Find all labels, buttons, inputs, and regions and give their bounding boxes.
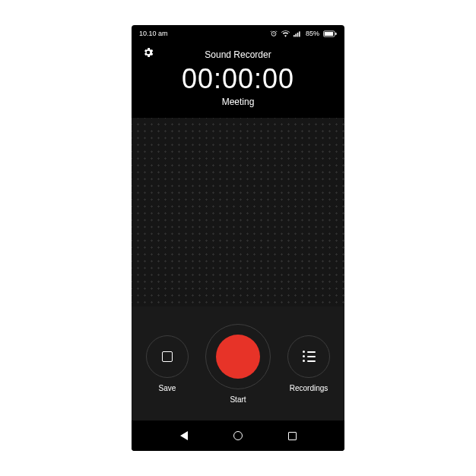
gear-icon[interactable] (142, 46, 154, 62)
svg-rect-1 (294, 35, 295, 36)
battery-percent: 85% (306, 30, 319, 37)
recordings-label: Recordings (290, 384, 328, 392)
waveform-panel (132, 118, 344, 306)
timer-display: 00:00:00 (182, 63, 294, 95)
start-label: Start (230, 395, 246, 404)
record-icon (216, 335, 260, 379)
svg-rect-3 (297, 32, 299, 36)
svg-rect-2 (295, 33, 297, 36)
stop-icon (162, 351, 173, 362)
recordings-control: Recordings (287, 335, 330, 392)
svg-rect-4 (299, 31, 300, 36)
alarm-icon (270, 30, 278, 37)
battery-icon (323, 30, 337, 37)
controls-bar: Save Start Recordings (132, 306, 344, 420)
svg-rect-7 (335, 32, 337, 34)
start-control: Start (205, 324, 271, 404)
save-button[interactable] (146, 335, 189, 378)
wifi-icon (281, 30, 290, 37)
start-button[interactable] (205, 324, 271, 389)
phone-frame: 10.10 am 85% Sound Recorder 00:00:00 Mee… (132, 25, 344, 451)
nav-home-icon[interactable] (233, 431, 243, 440)
nav-recent-icon[interactable] (288, 432, 297, 440)
signal-icon (294, 30, 302, 37)
recordings-button[interactable] (287, 335, 330, 378)
header: Sound Recorder 00:00:00 Meeting (132, 42, 344, 118)
svg-rect-6 (325, 32, 333, 36)
session-name: Meeting (222, 97, 255, 107)
status-time: 10.10 am (139, 30, 168, 37)
list-icon (303, 351, 316, 362)
android-navbar (132, 420, 344, 451)
status-bar: 10.10 am 85% (132, 25, 344, 42)
nav-back-icon[interactable] (180, 431, 188, 440)
save-control: Save (146, 335, 189, 392)
app-title: Sound Recorder (205, 49, 271, 60)
save-label: Save (159, 384, 176, 392)
